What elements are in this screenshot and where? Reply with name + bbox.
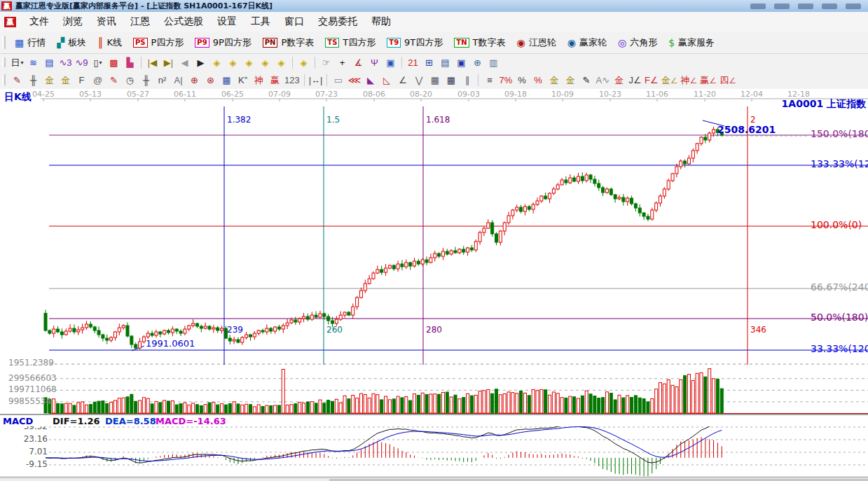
circle-cross-icon[interactable]: ⊕: [186, 73, 202, 87]
n-square-icon[interactable]: n²: [154, 73, 170, 87]
menu-item-5[interactable]: 公式选股: [157, 15, 210, 28]
prev-bar-icon[interactable]: ◀: [177, 55, 193, 69]
angle-lines-icon[interactable]: ∠: [394, 73, 411, 87]
gold-circle-icon[interactable]: 金: [546, 73, 562, 87]
star-wheel-icon[interactable]: ⊛: [202, 73, 219, 87]
menu-item-4[interactable]: 江恩: [123, 15, 157, 28]
ruler-123-icon[interactable]: 123: [283, 73, 301, 87]
ying-tool-icon[interactable]: 赢: [267, 73, 283, 87]
pc-export-icon[interactable]: ▥: [485, 55, 502, 69]
box-tool-icon[interactable]: ▭: [330, 73, 346, 87]
quotes-button[interactable]: ▦行情: [9, 34, 51, 52]
p-number-button[interactable]: PNP数字表: [257, 34, 320, 52]
p9-square-button[interactable]: P99P四方形: [189, 34, 256, 52]
winner-service-button[interactable]: $赢家服务: [663, 34, 720, 52]
gold-line-icon[interactable]: 金: [562, 73, 578, 87]
menu-item-9[interactable]: 交易委托: [311, 15, 364, 28]
titlebar-item[interactable]: [822, 4, 837, 9]
gold-angle-icon[interactable]: 金∠: [660, 73, 680, 87]
web-copy-icon[interactable]: ⊕: [469, 55, 485, 69]
a-channel-icon[interactable]: A|: [170, 73, 186, 87]
map-region-icon[interactable]: ▣: [383, 55, 399, 69]
gold-box-icon[interactable]: 金: [611, 73, 627, 87]
grid-box-icon[interactable]: ▦: [219, 73, 235, 87]
menu-item-10[interactable]: 帮助: [364, 15, 398, 28]
zigzag-wave-icon[interactable]: ⋁: [411, 73, 427, 87]
calculator-icon[interactable]: ⊞: [421, 55, 437, 69]
grid-arrow-icon[interactable]: ▦: [443, 73, 459, 87]
t9-square-button[interactable]: T99T四方形: [381, 34, 448, 52]
zigzag-icon[interactable]: ≋: [25, 55, 41, 69]
pattern-icon[interactable]: ▩: [106, 55, 122, 69]
info-note-icon[interactable]: ▤: [41, 55, 57, 69]
notepad-icon[interactable]: ▤: [437, 55, 453, 69]
gold-grid-icon[interactable]: 金: [41, 73, 57, 87]
scale-list-icon[interactable]: ≡: [481, 73, 497, 87]
shen-tool-icon[interactable]: 神: [251, 73, 267, 87]
percent-line-icon[interactable]: 7%: [497, 73, 514, 87]
titlebar-item[interactable]: [846, 4, 861, 9]
sectors-button[interactable]: ▞板块: [51, 34, 92, 52]
t-number-button[interactable]: TNT数字表: [448, 34, 511, 52]
diamond-expand-icon[interactable]: ◈: [241, 55, 257, 69]
f-angle-icon[interactable]: F∠: [643, 73, 660, 87]
diamond-center-icon[interactable]: ◈: [296, 55, 312, 69]
price-fence-icon[interactable]: ╫: [138, 73, 154, 87]
diamond-compress-icon[interactable]: ◈: [257, 55, 273, 69]
menu-item-8[interactable]: 窗口: [277, 15, 311, 28]
a-wave-icon[interactable]: A∿: [594, 73, 611, 87]
si-angle-icon[interactable]: 四∠: [718, 73, 738, 87]
dark-grid-icon[interactable]: ▦: [427, 73, 443, 87]
wave-3-icon[interactable]: ∿3: [57, 55, 74, 69]
p-square-button[interactable]: PSP四方形: [128, 34, 189, 52]
calendar-icon[interactable]: 21: [405, 55, 421, 69]
menu-item-6[interactable]: 设置: [210, 15, 244, 28]
menu-item-1[interactable]: 文件: [22, 15, 56, 28]
last-page-icon[interactable]: ▶|: [160, 55, 177, 69]
time-circle-icon[interactable]: ◷: [122, 73, 138, 87]
fan-triangle-icon[interactable]: ◣: [362, 73, 378, 87]
hand-tool-icon[interactable]: ☞: [318, 55, 334, 69]
f-square-icon[interactable]: F: [74, 73, 90, 87]
next-bar-icon[interactable]: ▶: [193, 55, 209, 69]
wave-9-icon[interactable]: ∿9: [74, 55, 90, 69]
parallel-lines-icon[interactable]: ∥: [459, 73, 475, 87]
red-brush-icon[interactable]: ✎: [106, 73, 122, 87]
diamond-left-icon[interactable]: ◈: [209, 55, 225, 69]
crosshair-tool-icon[interactable]: +: [334, 55, 350, 69]
angle-measure-icon[interactable]: ∡: [350, 55, 366, 69]
titlebar-item[interactable]: [750, 4, 766, 9]
gold-grid-2-icon[interactable]: 金: [57, 73, 74, 87]
fan-lines-icon[interactable]: ⋘: [346, 73, 362, 87]
titlebar-item[interactable]: [798, 4, 813, 9]
kline-button[interactable]: ║K线: [92, 34, 128, 52]
menu-item-7[interactable]: 工具: [244, 15, 277, 28]
titlebar-item[interactable]: [774, 4, 790, 9]
diamond-right-icon[interactable]: ◈: [225, 55, 241, 69]
period-selector[interactable]: 日▾: [9, 55, 25, 69]
gann-fence-icon[interactable]: ╫: [25, 73, 41, 87]
gann-shape-icon[interactable]: Ψ: [366, 55, 383, 69]
k-quote-icon[interactable]: K”: [235, 73, 251, 87]
horizontal-scrollbar[interactable]: [0, 477, 868, 481]
save-icon[interactable]: ▣: [453, 55, 469, 69]
color-histogram-icon[interactable]: ▙: [122, 55, 138, 69]
ink-pen-icon[interactable]: ✎: [578, 73, 594, 87]
menu-item-2[interactable]: 浏览: [56, 15, 90, 28]
first-page-icon[interactable]: |◀: [144, 55, 160, 69]
chart-area[interactable]: 日K线 1A0001 上证指数 04-2505-1305-2706-1106-2…: [0, 89, 868, 477]
compass-pen-icon[interactable]: ✎: [9, 73, 25, 87]
candle-style-selector[interactable]: ▯▾: [90, 55, 106, 69]
gann-wheel-button[interactable]: ◉江恩轮: [511, 34, 561, 52]
shen-angle-icon[interactable]: 神∠: [679, 73, 698, 87]
ying-angle-icon[interactable]: 赢∠: [698, 73, 718, 87]
fan-triangle-2-icon[interactable]: ◺: [378, 73, 394, 87]
winner-wheel-button[interactable]: ◉赢家轮: [562, 34, 612, 52]
menu-item-3[interactable]: 资讯: [90, 15, 123, 28]
percent-icon[interactable]: %: [514, 73, 530, 87]
spiral-icon[interactable]: @: [90, 73, 106, 87]
hexagon-button[interactable]: ◎六角形: [612, 34, 663, 52]
diamond-all-icon[interactable]: ◈: [273, 55, 289, 69]
percent-retrace-icon[interactable]: %: [530, 73, 546, 87]
width-measure-icon[interactable]: |↔|: [308, 73, 324, 87]
